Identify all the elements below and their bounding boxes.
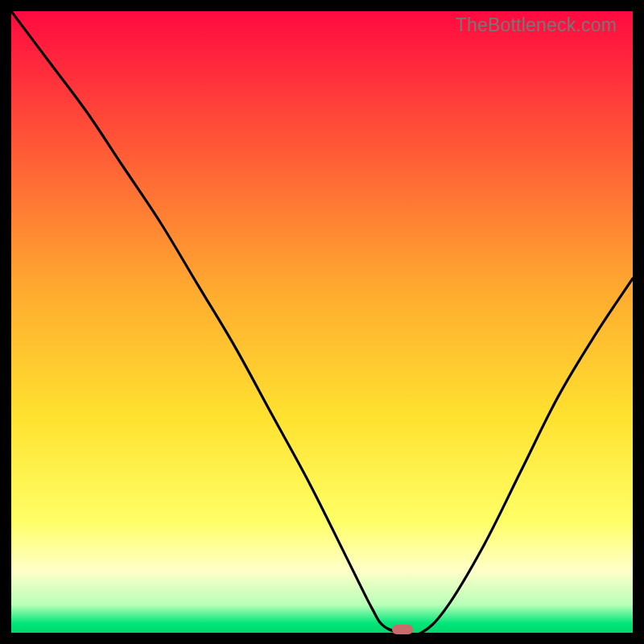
chart-frame: TheBottleneck.com	[11, 11, 633, 633]
gradient-background	[11, 11, 633, 633]
bottleneck-chart	[11, 11, 633, 633]
watermark-text: TheBottleneck.com	[456, 14, 617, 36]
optimal-marker	[392, 625, 413, 634]
